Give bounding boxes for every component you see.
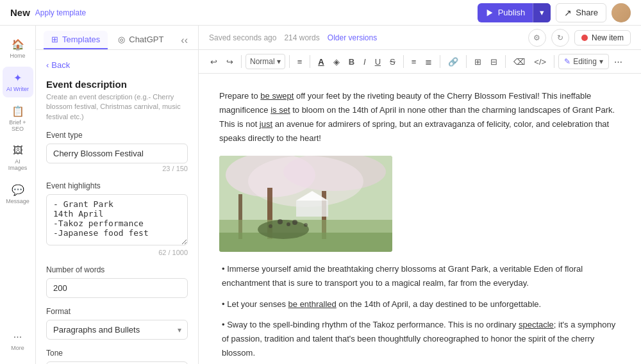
- share-icon: ↗: [564, 8, 572, 18]
- sidebar-item-message[interactable]: 💬 Message: [3, 179, 33, 210]
- bullet-item-1: Immerse yourself amid the breathtaking c…: [219, 262, 620, 290]
- normal-style-dropdown[interactable]: Normal ▾: [246, 54, 285, 69]
- ai-images-icon: 🖼: [13, 145, 23, 156]
- highlight-button[interactable]: ◈: [329, 54, 344, 69]
- new-item-button[interactable]: New item: [574, 30, 631, 46]
- insert-button[interactable]: ⊞: [470, 54, 485, 69]
- saved-text: Saved seconds ago: [209, 33, 276, 42]
- editing-mode-dropdown[interactable]: ✎ Editing ▾: [558, 54, 609, 69]
- toolbar-separator-3: [310, 55, 310, 68]
- event-type-field: Event type 23 / 150: [46, 131, 188, 172]
- event-highlights-counter: 62 / 1000: [46, 249, 188, 256]
- apply-template-link[interactable]: Apply template: [35, 8, 86, 17]
- event-type-input[interactable]: [46, 144, 188, 163]
- back-button[interactable]: ‹ Back: [46, 60, 70, 70]
- topbar: New Apply template Publish ▾ ↗ Share: [0, 0, 641, 26]
- section-desc: Create an event description (e.g.- Cherr…: [46, 92, 188, 122]
- number-of-words-label: Number of words: [46, 265, 188, 274]
- topbar-left: New Apply template: [10, 7, 86, 18]
- underline-button[interactable]: U: [371, 54, 385, 69]
- toolbar-separator-4: [403, 55, 404, 68]
- table-button[interactable]: ⊟: [487, 54, 501, 69]
- sidebar-item-more[interactable]: ··· More: [3, 326, 33, 356]
- tone-label: Tone: [46, 349, 188, 358]
- tone-field: Tone Awestruck ▾: [46, 349, 188, 364]
- number-of-words-field: Number of words: [46, 265, 188, 298]
- ai-writer-icon: ✦: [13, 72, 22, 84]
- editing-chevron-down-icon: ▾: [599, 57, 603, 66]
- publish-caret[interactable]: ▾: [533, 3, 551, 22]
- left-panel: ⊞ Templates ◎ ChatGPT ‹‹ ‹ Back Event de…: [36, 26, 199, 364]
- message-icon: 💬: [12, 184, 24, 196]
- sidebar-item-brief-seo[interactable]: 📋 Brief + SEO: [3, 100, 33, 137]
- editor-body: Prepare to be swept off your feet by the…: [219, 89, 620, 364]
- svg-point-16: [269, 224, 272, 228]
- far-left-nav: 🏠 Home ✦ AI Writer 📋 Brief + SEO 🖼 AI Im…: [0, 26, 36, 364]
- new-item-dot-icon: [581, 35, 588, 41]
- sidebar-item-home[interactable]: 🏠 Home: [3, 33, 33, 64]
- text-align-button[interactable]: ≡: [294, 54, 306, 69]
- svg-rect-11: [296, 201, 328, 217]
- bold-button[interactable]: B: [345, 54, 358, 69]
- more-options-button[interactable]: ⋯: [610, 54, 626, 69]
- tab-templates[interactable]: ⊞ Templates: [44, 31, 108, 49]
- toolbar-separator-7: [505, 55, 506, 68]
- sidebar-item-ai-writer[interactable]: ✦ AI Writer: [3, 67, 33, 97]
- word-count: 214 words: [284, 33, 319, 42]
- more-icon: ···: [13, 331, 22, 343]
- event-highlights-label: Event highlights: [46, 181, 188, 190]
- publish-button[interactable]: Publish ▾: [478, 3, 551, 22]
- italic-button[interactable]: I: [360, 54, 370, 69]
- share-button[interactable]: ↗ Share: [556, 3, 606, 22]
- svg-point-13: [278, 219, 283, 224]
- panel-collapse-button[interactable]: ‹‹: [178, 32, 190, 49]
- cherry-img-overlay: [219, 156, 392, 252]
- svg-rect-9: [219, 233, 392, 252]
- format-label: Format: [46, 307, 188, 316]
- editor-paragraph-1: Prepare to be swept off your feet by the…: [219, 89, 620, 145]
- svg-marker-0: [487, 9, 492, 16]
- code-button[interactable]: </>: [530, 54, 550, 69]
- format-field: Format Paragraphs Bullets Paragraphs and…: [46, 307, 188, 340]
- editor-meta-bar: Saved seconds ago 214 words Older versio…: [199, 26, 641, 50]
- strikethrough-button[interactable]: S: [386, 54, 399, 69]
- older-versions-link[interactable]: Older versions: [328, 33, 377, 42]
- svg-point-12: [258, 220, 309, 239]
- tone-select[interactable]: Awestruck: [46, 361, 188, 364]
- templates-grid-icon: ⊞: [51, 35, 58, 44]
- refresh-icon-button[interactable]: ↻: [551, 29, 569, 47]
- home-icon: 🏠: [12, 38, 24, 51]
- svg-point-14: [287, 222, 290, 226]
- ordered-list-button[interactable]: ≣: [421, 54, 436, 69]
- cherry-blossom-image: [219, 156, 392, 252]
- format-select[interactable]: Paragraphs Bullets Paragraphs and Bullet…: [46, 320, 188, 340]
- avatar[interactable]: [612, 3, 631, 22]
- editor-area: Saved seconds ago 214 words Older versio…: [199, 26, 641, 364]
- svg-point-17: [304, 223, 308, 227]
- toolbar-separator-6: [466, 55, 467, 68]
- toolbar-separator-5: [440, 55, 440, 68]
- toolbar-separator-1: [241, 55, 242, 68]
- sidebar-item-ai-images[interactable]: 🖼 AI Images: [3, 140, 33, 176]
- bullet-item-3: Sway to the spell-binding rhythm of the …: [219, 318, 620, 360]
- editor-content[interactable]: Prepare to be swept off your feet by the…: [199, 74, 641, 364]
- event-highlights-textarea[interactable]: - Grant Park 14th April -Takoz performan…: [46, 194, 188, 245]
- tab-chatgpt[interactable]: ◎ ChatGPT: [110, 31, 171, 49]
- redo-button[interactable]: ↪: [222, 54, 237, 69]
- chatgpt-icon: ◎: [118, 35, 125, 44]
- text-color-button[interactable]: A: [314, 54, 328, 69]
- bullet-item-2: Let your senses be enthralled on the 14t…: [219, 297, 620, 311]
- panel-tabs: ⊞ Templates ◎ ChatGPT ‹‹: [36, 26, 198, 50]
- settings-icon-button[interactable]: ⚙: [528, 29, 546, 47]
- pencil-icon: ✎: [564, 57, 570, 66]
- bullet-list-button[interactable]: ≡: [408, 54, 420, 69]
- svg-point-15: [292, 220, 297, 225]
- link-button[interactable]: 🔗: [444, 54, 462, 69]
- clear-button[interactable]: ⌫: [510, 54, 529, 69]
- toolbar-separator-2: [289, 55, 290, 68]
- toolbar-separator-8: [554, 55, 554, 68]
- number-of-words-input[interactable]: [46, 278, 188, 298]
- event-type-label: Event type: [46, 131, 188, 140]
- undo-button[interactable]: ↩: [206, 54, 221, 69]
- editor-toolbar: ↩ ↪ Normal ▾ ≡ A ◈ B I U S ≡ ≣ 🔗 ⊞ ⊟: [199, 50, 641, 74]
